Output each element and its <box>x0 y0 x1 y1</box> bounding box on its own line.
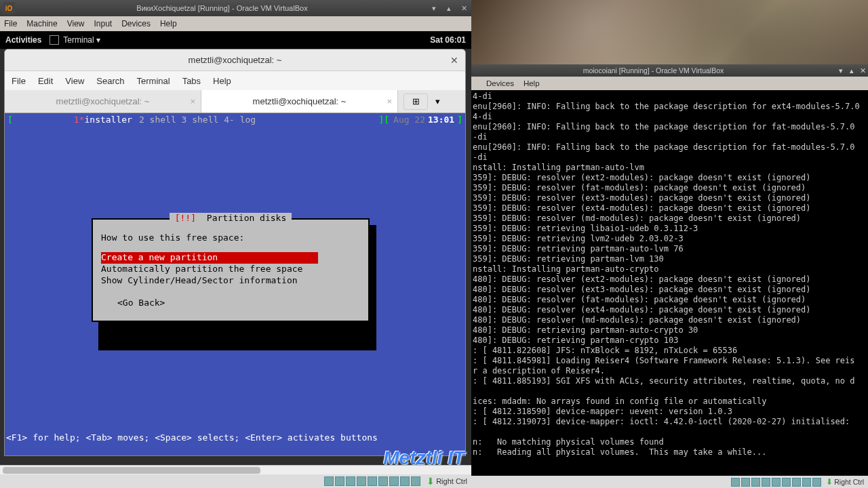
scrollbar-thumb[interactable] <box>3 467 260 474</box>
vbox-menubar-left: File Machine View Input Devices Help <box>0 16 471 31</box>
clock[interactable]: Sat 06:01 <box>430 35 466 45</box>
vm-window-right: moiocoiani [Running] - Oracle VM Virtual… <box>471 0 868 488</box>
terminal-title-text: metztli@xochiquetzal: ~ <box>189 55 282 65</box>
terminal-menubar: File Edit View Search Terminal Tabs Help <box>5 71 465 90</box>
tab-0-label: metztli@xochiquetzal: ~ <box>56 96 150 106</box>
tmenu-edit[interactable]: Edit <box>38 76 53 86</box>
menu-view[interactable]: View <box>67 19 85 28</box>
activities-button[interactable]: Activities <box>5 35 41 45</box>
status-rec-icon-r[interactable] <box>792 478 801 487</box>
terminal-content[interactable]: [ 1*installer 2 shell 3 shell 4- log ][ … <box>5 113 465 456</box>
tmenu-help[interactable]: Help <box>213 76 231 86</box>
installer-help-line: <F1> for help; <Tab> moves; <Space> sele… <box>6 432 378 443</box>
status-time: 13:01 <box>428 115 454 125</box>
tmenu-file[interactable]: File <box>12 76 26 86</box>
terminal-titlebar[interactable]: metztli@xochiquetzal: ~ ✕ <box>5 49 465 71</box>
menu-file[interactable]: File <box>4 19 17 28</box>
menu-help[interactable]: Help <box>160 19 177 28</box>
menu-help-r[interactable]: Help <box>524 79 540 87</box>
current-app-label: Terminal ▾ <box>63 35 100 45</box>
terminal-tabs: metztli@xochiquetzal: ~ × metztli@xochiq… <box>5 90 465 113</box>
option-create-partition[interactable]: Create a new partition <box>101 252 318 264</box>
titlebar-left[interactable]: iO ВикиXochiquetzal [Running] - Oracle V… <box>0 0 471 16</box>
status-rest: 2 shell 3 shell 4- log <box>139 115 256 125</box>
maximize-icon[interactable]: ▴ <box>441 1 456 16</box>
status-rec-icon[interactable] <box>389 476 399 486</box>
menu-devices-r[interactable]: Devices <box>486 79 514 87</box>
tmenu-tabs[interactable]: Tabs <box>182 76 201 86</box>
new-tab-button[interactable]: ⊞ <box>403 94 428 110</box>
console-output[interactable]: 4-di enu[2960]: INFO: Falling back to th… <box>471 90 868 475</box>
host-key-indicator-r: ⬇Right Ctrl <box>826 477 864 487</box>
status-hd-icon-r[interactable] <box>731 478 740 487</box>
host-key-label-r: Right Ctrl <box>834 478 864 486</box>
host-key-indicator: ⬇Right Ctrl <box>427 476 467 487</box>
hostkey-arrow-icon: ⬇ <box>427 476 435 487</box>
tab-1-close-icon[interactable]: × <box>387 96 392 106</box>
status-cd-icon[interactable] <box>335 476 344 486</box>
minimize-icon[interactable]: ▾ <box>427 1 441 16</box>
tmenu-terminal[interactable]: Terminal <box>137 76 170 86</box>
close-icon[interactable]: ✕ <box>456 1 471 16</box>
status-display-icon-r[interactable] <box>782 478 791 487</box>
current-app[interactable]: Terminal ▾ <box>50 35 100 45</box>
close-icon-r[interactable]: ✕ <box>857 66 868 75</box>
option-auto-partition[interactable]: Automatically partition the free space <box>101 264 360 275</box>
minimize-icon-r[interactable]: ▾ <box>835 66 846 75</box>
status-cpu-icon-r[interactable] <box>802 478 811 487</box>
status-net-icon[interactable] <box>346 476 355 486</box>
terminal-icon <box>50 35 59 45</box>
status-shared-icon[interactable] <box>368 476 377 486</box>
status-cpu-icon[interactable] <box>400 476 410 486</box>
status-display-icon[interactable] <box>378 476 388 486</box>
terminal-window: metztli@xochiquetzal: ~ ✕ File Edit View… <box>4 49 466 456</box>
dialog-prompt: How to use this free space: <box>101 232 360 244</box>
vbox-icon: iO <box>3 2 15 14</box>
titlebar-right[interactable]: moiocoiani [Running] - Oracle VM Virtual… <box>471 64 868 77</box>
maximize-icon-r[interactable]: ▴ <box>846 66 857 75</box>
hostkey-arrow-icon-r: ⬇ <box>826 477 833 487</box>
menu-machine[interactable]: Machine <box>26 19 57 28</box>
background-image-strip <box>471 0 868 64</box>
tmenu-view[interactable]: View <box>65 76 84 86</box>
vm-window-left: iO ВикиXochiquetzal [Running] - Oracle V… <box>0 0 471 488</box>
horizontal-scrollbar[interactable] <box>0 465 471 474</box>
dialog-title-text: Partition disks <box>199 213 289 223</box>
status-hd-icon[interactable] <box>324 476 334 486</box>
status-usb-icon-r[interactable] <box>762 478 770 487</box>
tab-menu-button[interactable]: ▾ <box>428 96 447 106</box>
menu-input[interactable]: Input <box>94 19 113 28</box>
menu-devices[interactable]: Devices <box>121 19 151 28</box>
status-star: 1* <box>74 115 85 125</box>
tab-0[interactable]: metztli@xochiquetzal: ~ × <box>5 90 201 113</box>
status-net-icon-r[interactable] <box>751 478 760 487</box>
dialog-title-red: [!!] <box>172 213 199 223</box>
tmenu-search[interactable]: Search <box>96 76 124 86</box>
gnome-top-bar: Activities Terminal ▾ Sat 06:01 <box>0 31 471 49</box>
status-mouse-icon-r[interactable] <box>812 478 821 487</box>
terminal-close-icon[interactable]: ✕ <box>450 55 458 66</box>
host-key-label: Right Ctrl <box>436 477 467 485</box>
titlebar-right-text: moiocoiani [Running] - Oracle VM Virtual… <box>471 66 835 75</box>
dialog-title: [!!] Partition disks <box>93 213 368 223</box>
status-date: Aug 22 <box>393 115 425 125</box>
tab-1[interactable]: metztli@xochiquetzal: ~ × <box>201 90 398 113</box>
vbox-menubar-right: Devices Help <box>471 77 868 90</box>
status-win: installer <box>84 115 132 125</box>
option-show-chs[interactable]: Show Cylinder/Head/Sector information <box>101 275 360 287</box>
screen-status-line: [ 1*installer 2 shell 3 shell 4- log ][ … <box>5 113 465 125</box>
titlebar-left-text: ВикиXochiquetzal [Running] - Oracle VM V… <box>18 4 427 12</box>
status-shared-icon-r[interactable] <box>772 478 781 487</box>
vbox-statusbar-left: ⬇Right Ctrl <box>0 474 471 488</box>
go-back-button[interactable]: <Go Back> <box>117 298 360 309</box>
partition-dialog: [!!] Partition disks How to use this fre… <box>92 218 370 322</box>
vbox-statusbar-right: ⬇Right Ctrl <box>471 476 868 488</box>
status-usb-icon[interactable] <box>357 476 366 486</box>
tab-0-close-icon[interactable]: × <box>190 96 195 106</box>
status-cd-icon-r[interactable] <box>741 478 750 487</box>
status-mouse-icon[interactable] <box>411 476 420 486</box>
tab-1-label: metztli@xochiquetzal: ~ <box>253 96 347 106</box>
